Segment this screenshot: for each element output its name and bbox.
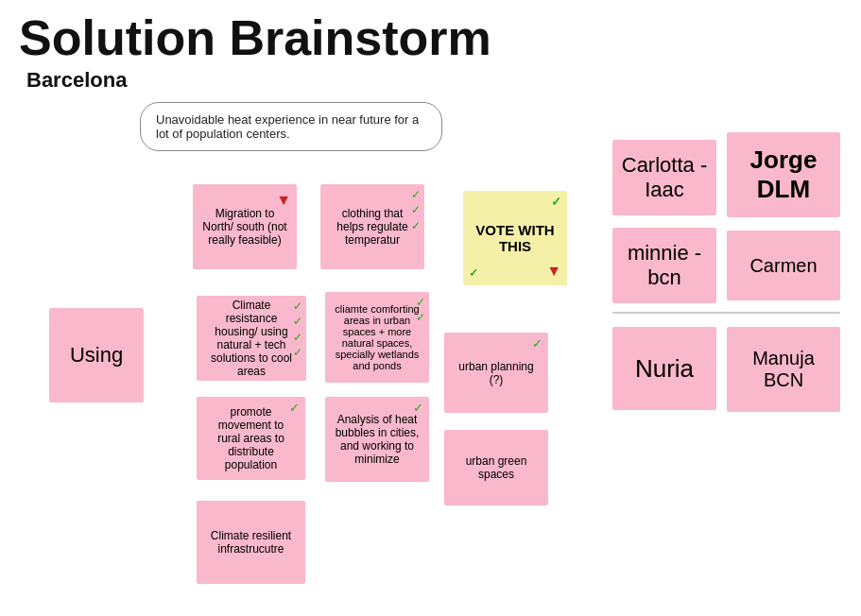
check-icon: ✓ [551,195,561,209]
checkmarks: ✓ ✓ ✓ ✓ [293,299,302,360]
migration-sticky: Migration to North/ south (not really fe… [193,184,297,269]
check-icon: ✓ [293,331,302,344]
climate-resistance-sticky: Climate resistance housing/ using natura… [197,296,306,381]
urban-planning-sticky: urban planning (?) ✓ [444,333,548,413]
divider-line [612,312,840,314]
jorge-tile: Jorge DLM [727,132,840,217]
carmen-tile: Carmen [727,231,840,300]
minnie-tile: minnie - bcn [612,228,716,303]
check-icon: ✓ [469,266,478,280]
check-icon: ✓ [293,315,302,328]
check-icon: ✓ [532,336,542,351]
check-icon: ✓ [411,203,421,216]
check-icon: ✓ [411,219,421,232]
climate-resilient-sticky: Climate resilient infrastrucutre [197,501,305,584]
red-arrow-icon: ▼ [546,263,561,280]
promote-sticky: promote movement to rural areas to distr… [197,397,305,480]
check-icon: ✓ [293,346,302,359]
page-title: Solution Brainstorm [19,9,491,66]
checkmarks: ✓ ✓ ✓ [411,188,421,232]
nuria-tile: Nuria [612,327,716,410]
clothing-sticky: clothing that helps regulate temperatur … [320,184,424,269]
check-icon: ✓ [413,401,423,415]
checkmarks: ✓ ✓ [416,296,425,325]
check-icon: ✓ [416,311,425,324]
check-icon: ✓ [293,299,302,313]
analysis-sticky: Analysis of heat bubbles in cities, and … [325,397,429,482]
carlotta-tile: Carlotta - Iaac [612,140,716,215]
climate-comforting-sticky: cliamte comforting areas in urban spaces… [325,292,429,383]
check-icon: ✓ [411,188,421,201]
using-tile: Using [49,308,144,402]
manuja-tile: Manuja BCN [727,327,840,412]
check-icon: ✓ [289,401,300,415]
vote-sticky: VOTE WITH THIS ✓ ▼ ✓ [463,191,567,285]
red-arrow-icon: ▼ [276,192,291,209]
check-icon: ✓ [416,296,425,309]
page-subtitle: Barcelona [26,68,127,93]
description-box: Unavoidable heat experience in near futu… [140,102,442,151]
urban-green-sticky: urban green spaces [444,430,548,505]
